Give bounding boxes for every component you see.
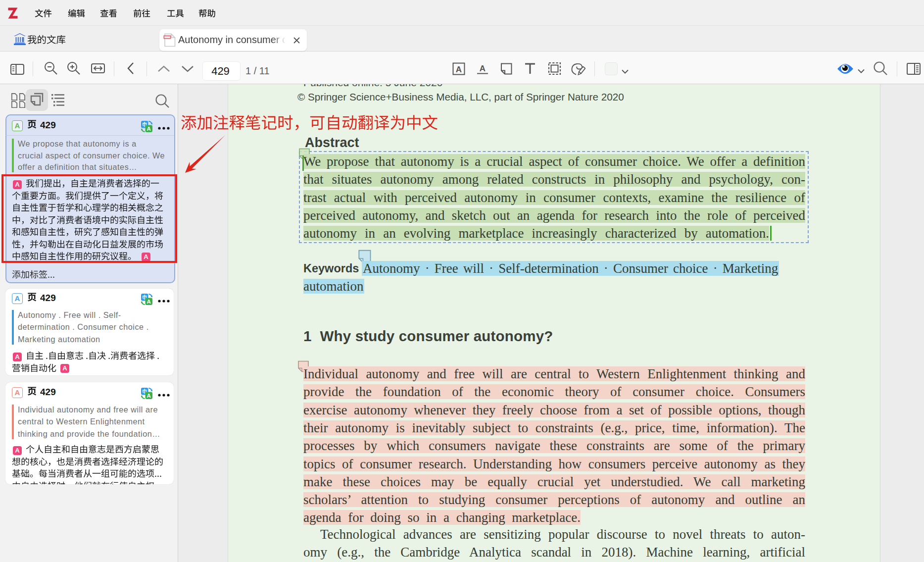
svg-text:A: A <box>147 393 151 399</box>
svg-text:A: A <box>147 126 151 132</box>
svg-text:A: A <box>147 299 151 305</box>
svg-text:A: A <box>480 64 486 73</box>
svg-text:A: A <box>456 65 462 74</box>
